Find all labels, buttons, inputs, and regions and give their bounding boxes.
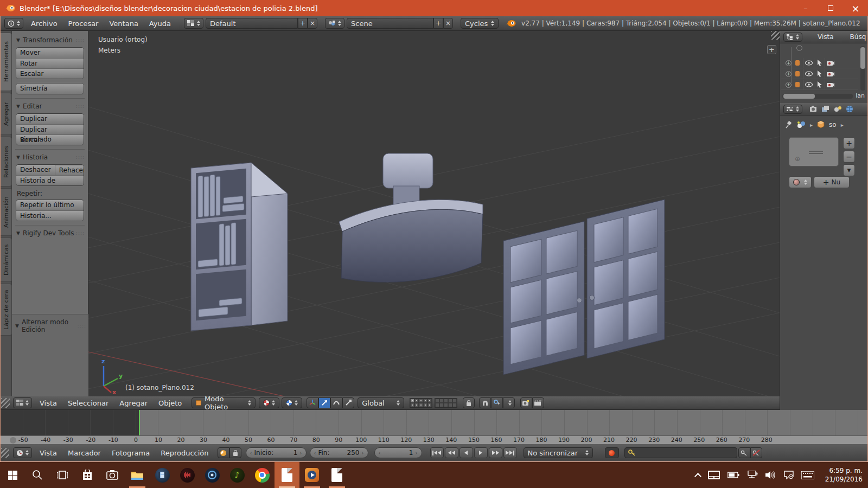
visibility-cell[interactable] xyxy=(803,58,814,68)
3d-viewport[interactable]: Usuario (ortog) Meters (1) sotano_Plano.… xyxy=(88,31,780,396)
scene-tab-icon[interactable] xyxy=(833,105,843,113)
start-button[interactable] xyxy=(0,462,25,488)
outliner-row[interactable]: + xyxy=(781,80,858,90)
remove-scene-button[interactable]: × xyxy=(443,18,453,29)
timeline-menu-reproduccion[interactable]: Reproducción xyxy=(155,449,214,457)
section-historia[interactable]: ▼ Historia :::: xyxy=(16,153,85,161)
slot-specials-button[interactable]: ▼ xyxy=(843,164,855,176)
decrement-arrow-icon[interactable]: ‹ xyxy=(314,450,316,456)
visibility-cell[interactable] xyxy=(803,80,814,89)
material-browse-button[interactable] xyxy=(789,176,812,188)
scene-lock-button[interactable] xyxy=(463,397,475,408)
scene-browse-button[interactable] xyxy=(325,18,344,29)
preview-range-button[interactable] xyxy=(218,447,229,458)
scale-manipulator-button[interactable] xyxy=(342,397,354,408)
mode-dropdown[interactable]: Modo Objeto xyxy=(192,397,256,408)
snap-element-dropdown[interactable] xyxy=(491,397,503,408)
timeline-menu-marcador[interactable]: Marcador xyxy=(62,449,106,457)
opengl-render-anim-button[interactable] xyxy=(532,397,544,408)
transform-orientation-dropdown[interactable]: Global xyxy=(358,397,404,408)
menu-ventana[interactable]: Ventana xyxy=(104,20,143,28)
scene-field[interactable]: Scene xyxy=(347,18,433,29)
media-player-disc-button[interactable] xyxy=(200,462,225,488)
outliner-row[interactable]: + xyxy=(781,69,858,79)
select-menu[interactable]: Seleccionar xyxy=(62,399,114,407)
new-material-button[interactable]: + Nu xyxy=(814,176,850,188)
tab-relaciones[interactable]: Relaciones xyxy=(1,137,12,187)
increment-arrow-icon[interactable]: › xyxy=(416,450,418,456)
editor-type-button-outliner[interactable] xyxy=(783,33,802,42)
editor-type-button-properties[interactable] xyxy=(783,105,802,114)
decrement-arrow-icon[interactable]: ‹ xyxy=(250,450,252,456)
chrome-button[interactable] xyxy=(250,462,275,488)
layers-widget[interactable] xyxy=(410,398,457,408)
action-center-icon[interactable] xyxy=(784,471,794,479)
corner-resize-grip[interactable] xyxy=(771,31,780,40)
start-frame-field[interactable]: ‹ Inicio: 1 › xyxy=(246,447,307,458)
section-rigify[interactable]: ▼ Rigify Dev Tools :::: xyxy=(16,229,85,237)
play-button[interactable] xyxy=(474,447,488,458)
active-document-app-button[interactable] xyxy=(275,462,299,488)
outliner-row[interactable]: + xyxy=(781,58,858,68)
play-reverse-button[interactable] xyxy=(459,447,473,458)
view-menu[interactable]: Vista xyxy=(34,399,62,407)
editor-type-button-3dview[interactable] xyxy=(13,397,32,408)
store-button[interactable] xyxy=(75,462,100,488)
object-context-label[interactable]: so xyxy=(829,121,837,129)
renderability-cell[interactable] xyxy=(825,69,835,79)
scroll-thumb[interactable] xyxy=(860,47,865,69)
editor-type-button-info[interactable] xyxy=(4,18,23,29)
section-editar[interactable]: ▼ Editar :::: xyxy=(16,102,85,110)
undo-button[interactable]: Deshacer xyxy=(16,165,55,175)
world-tab-icon[interactable] xyxy=(845,105,854,113)
remove-layout-button[interactable]: × xyxy=(308,18,317,29)
repeat-history-button[interactable]: Historia... xyxy=(16,210,84,221)
pivot-point-dropdown[interactable] xyxy=(282,397,302,408)
screen-layout-field[interactable]: Default xyxy=(206,18,298,29)
tray-expand-icon[interactable] xyxy=(694,473,701,480)
delete-keyframe-button[interactable] xyxy=(750,447,762,458)
object-data-icon[interactable] xyxy=(797,121,806,129)
material-slot-list[interactable]: ⊕ xyxy=(789,137,839,166)
double-doors-object[interactable] xyxy=(503,200,665,375)
end-frame-field[interactable]: ‹ Fin: 250 › xyxy=(310,447,368,458)
tab-lapiz-de-cera[interactable]: Lápiz de cera xyxy=(1,284,12,336)
expand-icon[interactable]: + xyxy=(786,82,792,88)
file-explorer-button[interactable] xyxy=(125,462,150,488)
timeline-menu-vista[interactable]: Vista xyxy=(34,449,62,457)
media-player-film-button[interactable] xyxy=(150,462,175,488)
close-button[interactable]: × xyxy=(843,0,868,16)
object-menu[interactable]: Objeto xyxy=(153,399,187,407)
render-engine-dropdown[interactable]: Cycles xyxy=(461,18,499,29)
corner-resize-grip[interactable] xyxy=(1,398,10,408)
video-player-app-button[interactable] xyxy=(299,462,324,488)
battery-icon[interactable] xyxy=(727,472,739,478)
outliner-menu-busqueda[interactable]: Búsq xyxy=(845,33,868,41)
expand-icon[interactable]: + xyxy=(786,71,792,77)
scale-button[interactable]: Escalar xyxy=(16,68,84,79)
redo-button[interactable]: Rehacer xyxy=(55,165,84,175)
render-tab-icon[interactable] xyxy=(809,105,819,113)
add-menu[interactable]: Agregar xyxy=(114,399,153,407)
screen-layout-browse-button[interactable] xyxy=(184,18,203,29)
sync-mode-dropdown[interactable]: No sincronizar xyxy=(524,447,593,458)
timeline-ruler[interactable]: -50-40-30-20-100102030405060708090100110… xyxy=(0,435,868,444)
increment-arrow-icon[interactable]: › xyxy=(300,450,302,456)
add-slot-button[interactable]: + xyxy=(843,137,855,149)
add-layout-button[interactable]: + xyxy=(298,18,308,29)
current-frame-field[interactable]: ‹ 1 › xyxy=(374,447,422,458)
tab-herramientas[interactable]: Herramientas xyxy=(1,33,12,91)
duplicate-button[interactable]: Duplicar xyxy=(16,114,84,124)
layer-grid-1[interactable] xyxy=(410,398,432,408)
network-icon[interactable] xyxy=(747,471,758,479)
audio-editor-button[interactable] xyxy=(175,462,200,488)
search-button[interactable] xyxy=(25,462,50,488)
rotate-button[interactable]: Rotar xyxy=(16,58,84,68)
region-expand-button[interactable]: + xyxy=(767,45,776,54)
outliner-menu-vista[interactable]: Vista xyxy=(812,33,839,41)
maximize-button[interactable] xyxy=(818,0,843,16)
music-app-button[interactable]: ♪ xyxy=(225,462,250,488)
tab-animacion[interactable]: Animación xyxy=(1,188,12,236)
remove-slot-button[interactable]: − xyxy=(843,151,855,163)
outliner-hscrollbar[interactable] xyxy=(782,94,853,99)
